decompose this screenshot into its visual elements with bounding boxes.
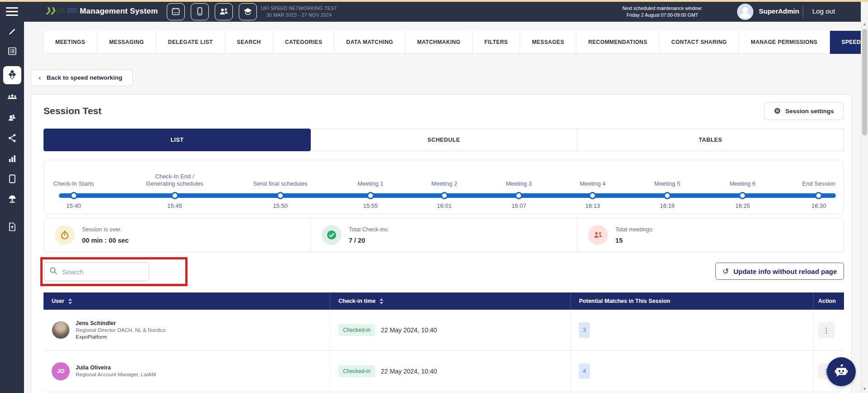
tablet-icon	[7, 174, 17, 186]
sidebar-item-mobile-app[interactable]	[3, 173, 21, 186]
checkin-time: 22 May 2024, 10:40	[381, 368, 437, 375]
registration-list-icon	[7, 46, 17, 58]
delegates-button[interactable]	[215, 3, 233, 20]
session-settings-button[interactable]: ⚙ Session settings	[764, 102, 844, 120]
topbar: ❯❯ ufi Management System UFI SPEED NETW	[0, 2, 861, 22]
sidebar-item-share[interactable]	[3, 133, 21, 145]
users-icon	[7, 113, 18, 125]
tab-matchmaking[interactable]: MATCHMAKING	[405, 31, 473, 54]
ufi-logo-bars	[67, 8, 77, 13]
chevron-left-icon: ‹	[39, 73, 41, 82]
column-potential-matches: Potential Matches in This Session	[570, 292, 813, 310]
avatar[interactable]	[737, 4, 753, 20]
education-button[interactable]	[239, 3, 257, 20]
tab-filters[interactable]: FILTERS	[473, 31, 520, 54]
graduation-cap-icon	[243, 7, 253, 17]
event-name: UFI SPEED NETWORKING TEST	[256, 5, 342, 12]
sidebar-item-registration[interactable]	[3, 46, 21, 58]
status-badge: Checked-in	[338, 365, 375, 377]
tab-search[interactable]: SEARCH	[225, 31, 273, 54]
milestone-node	[664, 192, 671, 199]
table-row: Jens Schindler Regional Director DACH, N…	[43, 310, 844, 351]
user-role: Regional Director DACH, NL & Nordics	[76, 327, 165, 334]
speed-networking-icon	[7, 69, 17, 81]
sidebar-item-import[interactable]	[3, 221, 21, 234]
tab-delegate-list[interactable]: DELEGATE LIST	[156, 31, 225, 54]
milestone-node	[739, 192, 746, 199]
scroll-down-icon[interactable]: ▼	[861, 387, 868, 391]
share-icon	[7, 133, 17, 145]
user-company: ExpoPlatform	[76, 334, 165, 340]
vertical-scrollbar[interactable]: ▲ ▼	[861, 2, 868, 393]
sidebar-item-speed-networking[interactable]	[3, 66, 21, 84]
chatbot-button[interactable]	[827, 357, 856, 386]
tab-categories[interactable]: CATEGORIES	[273, 31, 334, 54]
sidebar-item-delegates-group[interactable]	[3, 92, 21, 105]
file-upload-icon	[7, 222, 17, 234]
milestone-node	[367, 192, 374, 199]
search-icon	[49, 267, 58, 277]
milestone-node	[589, 192, 596, 199]
user-name[interactable]: Julia Oliveira	[76, 364, 156, 371]
view-tabs: LIST SCHEDULE TABLES	[43, 129, 844, 151]
tab-data-matching[interactable]: DATA MATCHING	[334, 31, 405, 54]
calendar-button[interactable]	[167, 3, 185, 20]
avatar: JO	[52, 362, 70, 380]
exhibition-stand-icon	[7, 194, 17, 206]
menu-toggle-icon[interactable]	[6, 7, 18, 18]
event-info: UFI SPEED NETWORKING TEST 30 MAR 2023 - …	[256, 5, 342, 19]
matches-count-badge[interactable]: 3	[579, 322, 590, 338]
ufi-logo-swoosh: ❯❯	[45, 6, 55, 14]
sidebar-item-users[interactable]	[3, 112, 21, 125]
refresh-icon: ↺	[723, 267, 729, 276]
milestone-node	[441, 192, 448, 199]
matches-count-badge[interactable]: 4	[579, 364, 590, 379]
topbar-divider	[803, 6, 803, 18]
avatar	[52, 321, 70, 339]
mobile-preview-button[interactable]	[191, 3, 209, 20]
tab-messaging[interactable]: MESSAGING	[97, 31, 156, 54]
bar-chart-icon	[7, 153, 17, 165]
table-header: User Check-in time Potential Matches in …	[43, 292, 844, 310]
search-box	[44, 262, 149, 281]
user-name[interactable]: Jens Schindler	[76, 320, 165, 327]
page-title: Session Test	[43, 105, 101, 116]
row-actions-button[interactable]: ⋮	[818, 322, 834, 338]
logout-button[interactable]: Log out	[812, 7, 835, 15]
tab-manage-permissions[interactable]: MANAGE PERMISSIONS	[739, 31, 829, 54]
sidebar-item-exhibition[interactable]	[3, 194, 21, 206]
tab-schedule[interactable]: SCHEDULE	[311, 129, 578, 151]
sidebar-item-edit[interactable]	[3, 25, 21, 38]
tab-list[interactable]: LIST	[43, 129, 311, 151]
tab-contact-sharing[interactable]: CONTACT SHARING	[660, 31, 739, 54]
sort-checkin-icon[interactable]	[380, 298, 383, 304]
sidebar-item-analytics[interactable]	[3, 153, 21, 166]
column-checkin-time: Check-in time	[330, 292, 570, 310]
milestone-node	[277, 192, 284, 199]
pencil-icon	[7, 26, 17, 38]
delegates-group-icon	[7, 92, 18, 104]
meetings-icon	[588, 225, 608, 245]
update-info-button[interactable]: ↺ Update info without reload page	[715, 263, 844, 280]
stopwatch-icon	[55, 225, 75, 245]
app-title: Management System	[80, 7, 158, 16]
ufi-logo: ❯❯ ufi	[45, 6, 77, 15]
gear-icon: ⚙	[774, 106, 781, 116]
username: SuperAdmin	[759, 7, 799, 15]
sort-user-icon[interactable]	[68, 298, 72, 304]
check-circle-icon	[322, 225, 342, 245]
stat-session-timer: Session is over: 00 min : 00 sec	[44, 218, 310, 252]
milestone-node	[815, 192, 822, 199]
tab-tables[interactable]: TABLES	[577, 129, 844, 151]
tab-meetings[interactable]: MEETINGS	[43, 31, 97, 54]
checkin-time: 22 May 2024, 10:40	[381, 326, 437, 334]
scrollbar-thumb[interactable]	[862, 29, 867, 135]
back-button[interactable]: ‹ Back to speed networking	[31, 69, 133, 86]
scroll-up-icon[interactable]: ▲	[861, 22, 868, 26]
tab-messages[interactable]: MESSAGES	[520, 31, 576, 54]
stat-total-checkins: Total Check-ins: 7 / 20	[310, 218, 577, 252]
tab-recommendations[interactable]: RECOMMENDATIONS	[576, 31, 659, 54]
search-input[interactable]	[62, 268, 149, 276]
robot-icon	[833, 363, 849, 381]
mobile-icon	[195, 7, 204, 17]
